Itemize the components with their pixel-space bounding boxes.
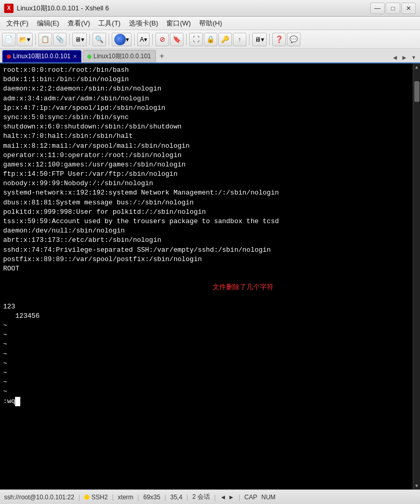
terminal-command-line: :wq <box>3 397 410 406</box>
tab-2[interactable]: Linux10期10.0.0.101 <box>83 50 156 62</box>
terminal-line-11: ftp:x:14:50:FTP User:/var/ftp:/sbin/nolo… <box>3 170 410 179</box>
terminal-line-29: ~ <box>3 350 410 359</box>
status-arrow-left[interactable]: ◄ <box>220 494 226 501</box>
tb-lock-button[interactable]: 🔒 <box>204 33 217 46</box>
terminal-line-6: shutdown:x:6:0:shutdown:/sbin:/sbin/shut… <box>3 122 410 132</box>
tb-copy-button[interactable]: 📋 <box>38 33 52 46</box>
terminal-line-16: tss:x:59:59:Account used by the trousers… <box>3 217 410 226</box>
title-bar-left: X Linux10期10.0.0.101 - Xshell 6 <box>4 4 109 13</box>
terminal-line-4: lp:x:4:7:lp:/var/spool/lpd:/sbin/nologin <box>3 104 410 113</box>
toolbar: 📄 📂▾ 📋 📎 🖥▾ 🔍 ▾ A▾ ⊘ 🔖 ⛶ 🔒 🔑 ↑ 🖥▾ ❓ 💬 <box>0 30 420 49</box>
terminal-line-19: sshd:x:74:74:Privilege-separated SSH:/va… <box>3 245 410 255</box>
minimize-button[interactable]: — <box>370 3 385 14</box>
status-num: NUM <box>261 494 275 501</box>
menu-file[interactable]: 文件(F) <box>2 18 33 29</box>
app-icon: X <box>4 4 14 13</box>
terminal-line-25: 123456 <box>3 312 410 321</box>
tb-sep-4 <box>109 34 109 45</box>
terminal-line-20: postfix:x:89:89::/var/spool/postfix:/sbi… <box>3 255 410 264</box>
tab-nav-left[interactable]: ◀ <box>391 53 399 61</box>
terminal-line-33: ~ <box>3 387 410 396</box>
terminal-line-1: bddx:1:1:bin:/bin:/sbin/nologin <box>3 75 410 84</box>
terminal-line-8: mail:x:8:12:mail:/var/spool/mail:/sbin/n… <box>3 141 410 151</box>
status-caps: CAP <box>244 494 257 501</box>
tb-open-dropdown[interactable]: 📂▾ <box>17 33 33 46</box>
menu-view[interactable]: 查看(V) <box>63 18 94 29</box>
tb-sep-3 <box>89 34 90 45</box>
maximize-button[interactable]: □ <box>386 3 400 14</box>
tab-nav-down[interactable]: ▼ <box>410 53 418 61</box>
tab-label-1: Linux10期10.0.0.101 <box>13 52 71 61</box>
tb-sep-8 <box>249 34 250 45</box>
status-size: 69x35 <box>143 494 161 501</box>
tb-sep-9 <box>269 34 270 45</box>
terminal-line-13: systemd-network:x:192:192:systemd Networ… <box>3 188 410 198</box>
tab-nav: ◀ ▶ ▼ <box>391 53 420 62</box>
tab-dot-green-2 <box>87 55 91 59</box>
tb-help-button[interactable]: ❓ <box>272 33 286 46</box>
terminal-line-14: dbus:x:81:81:System message bus:/:/sbin/… <box>3 198 410 208</box>
terminal[interactable]: root:x:0:0:root:/root:/bin/bash bddx:1:1… <box>0 63 413 489</box>
terminal-red-message: 文件删除了几个字符 <box>3 283 410 292</box>
status-terminal-type: xterm <box>118 494 134 501</box>
close-button[interactable]: ✕ <box>401 3 416 14</box>
terminal-line-5: sync:x:5:0:sync:/sbin:/bin/sync <box>3 113 410 122</box>
tab-add-button[interactable]: + <box>157 51 167 61</box>
terminal-cursor <box>15 397 20 406</box>
scroll-down-arrow[interactable]: ▼ <box>413 482 421 489</box>
title-bar-controls: — □ ✕ <box>370 3 416 14</box>
status-bar: ssh://root@10.0.0.101:22 | SSH2 | xterm … <box>0 489 420 504</box>
tb-key-button[interactable]: 🔑 <box>218 33 232 46</box>
terminal-line-26: ~ <box>3 321 410 330</box>
terminal-line-12: nobody:x:99:99:Nobody:/:/sbin/nologin <box>3 179 410 188</box>
tb-fullscreen-button[interactable]: ⛶ <box>189 33 203 46</box>
menu-tabs[interactable]: 选项卡(B) <box>125 18 162 29</box>
terminal-line-10: games:x:12:100:games:/usr/games:/sbin/no… <box>3 160 410 170</box>
tb-globe-dropdown[interactable]: ▾ <box>112 33 132 46</box>
tb-red-button[interactable]: ⊘ <box>155 33 169 46</box>
terminal-line-23 <box>3 293 410 302</box>
terminal-line-0: root:x:0:0:root:/root:/bin/bash <box>3 66 410 75</box>
tab-dot-red-1 <box>7 55 11 59</box>
menu-window[interactable]: 窗口(W) <box>162 18 195 29</box>
tb-search-button[interactable]: 🔍 <box>93 33 106 46</box>
menu-tools[interactable]: 工具(T) <box>94 18 125 29</box>
window-title: Linux10期10.0.0.101 - Xshell 6 <box>17 4 109 13</box>
scroll-thumb[interactable] <box>414 81 419 102</box>
tb-upload-button[interactable]: ↑ <box>233 33 246 46</box>
tb-sep-2 <box>69 34 70 45</box>
terminal-line-7: halt:x:7:0:halt:/sbin:/sbin/halt <box>3 132 410 141</box>
status-protocol-text: SSH2 <box>91 494 108 501</box>
tb-sep-6 <box>152 34 153 45</box>
menu-help[interactable]: 帮助(H) <box>195 18 226 29</box>
tab-1[interactable]: Linux10期10.0.0.101 ✕ <box>2 50 82 62</box>
tb-paste-button[interactable]: 📎 <box>53 33 67 46</box>
tb-session-dropdown[interactable]: 🖥▾ <box>72 33 87 46</box>
tb-sep-1 <box>35 34 36 45</box>
terminal-line-27: ~ <box>3 330 410 340</box>
scroll-up-arrow[interactable]: ▲ <box>413 63 421 71</box>
status-sessions: 2 会话 <box>192 493 210 501</box>
title-bar: X Linux10期10.0.0.101 - Xshell 6 — □ ✕ <box>0 0 420 17</box>
status-arrow-right[interactable]: ► <box>228 494 234 501</box>
command-text: :wq <box>3 397 15 405</box>
vertical-scrollbar[interactable]: ▲ ▼ <box>413 63 420 489</box>
tab-nav-right[interactable]: ▶ <box>400 53 409 61</box>
status-dot <box>84 495 89 500</box>
tb-new-button[interactable]: 📄 <box>2 33 16 46</box>
tab-label-2: Linux10期10.0.0.101 <box>94 52 151 61</box>
tb-font-dropdown[interactable]: A▾ <box>137 33 150 46</box>
tb-chat-button[interactable]: 💬 <box>287 33 300 46</box>
status-protocol: SSH2 <box>84 494 108 501</box>
terminal-line-15: polkitd:x:999:998:User for polkitd:/:/sb… <box>3 208 410 217</box>
status-position: 35,4 <box>170 494 182 501</box>
tb-monitor-dropdown[interactable]: 🖥▾ <box>252 33 267 46</box>
tab-close-1[interactable]: ✕ <box>73 54 77 59</box>
menu-bar: 文件(F) 编辑(E) 查看(V) 工具(T) 选项卡(B) 窗口(W) 帮助(… <box>0 17 420 30</box>
globe-icon <box>114 34 126 45</box>
menu-edit[interactable]: 编辑(E) <box>33 18 63 29</box>
status-connection-text: ssh://root@10.0.0.101:22 <box>4 494 74 501</box>
terminal-line-28: ~ <box>3 340 410 349</box>
tb-sep-7 <box>186 34 187 45</box>
tb-bookmark-button[interactable]: 🔖 <box>170 33 183 46</box>
